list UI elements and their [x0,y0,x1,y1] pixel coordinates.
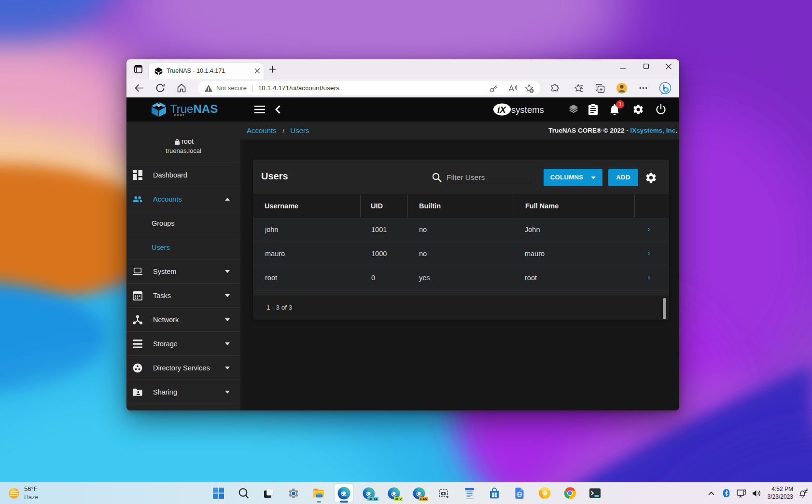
svg-text:systems: systems [511,105,544,115]
svg-text:iX: iX [497,105,506,115]
